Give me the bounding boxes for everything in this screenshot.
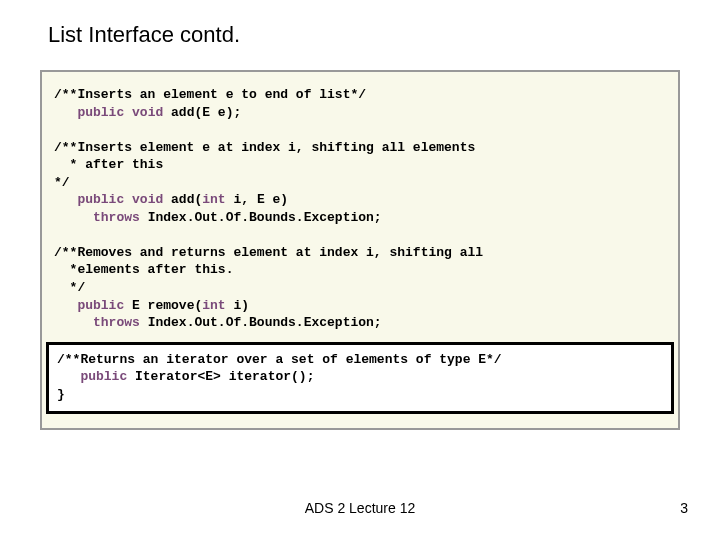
code-line: */ [54, 174, 666, 192]
code-line: throws Index.Out.Of.Bounds.Exception; [54, 314, 666, 332]
slide-title: List Interface contd. [48, 22, 240, 48]
code-line: /**Returns an iterator over a set of ele… [57, 351, 663, 369]
code-line: * after this [54, 156, 666, 174]
code-line: /**Removes and returns element at index … [54, 244, 666, 262]
code-line: public Iterator<E> iterator(); [57, 368, 663, 386]
code-line: *elements after this. [54, 261, 666, 279]
code-line [54, 121, 666, 139]
code-line: public E remove(int i) [54, 297, 666, 315]
code-line: } [57, 386, 663, 404]
code-line: public void add(int i, E e) [54, 191, 666, 209]
code-line: public void add(E e); [54, 104, 666, 122]
code-line: */ [54, 279, 666, 297]
code-line: /**Inserts an element e to end of list*/ [54, 86, 666, 104]
code-block: /**Inserts an element e to end of list*/… [40, 70, 680, 430]
page-number: 3 [680, 500, 688, 516]
code-line: /**Inserts element e at index i, shiftin… [54, 139, 666, 157]
highlighted-code-box: /**Returns an iterator over a set of ele… [46, 342, 674, 415]
code-line [54, 226, 666, 244]
code-line: throws Index.Out.Of.Bounds.Exception; [54, 209, 666, 227]
footer-text: ADS 2 Lecture 12 [0, 500, 720, 516]
